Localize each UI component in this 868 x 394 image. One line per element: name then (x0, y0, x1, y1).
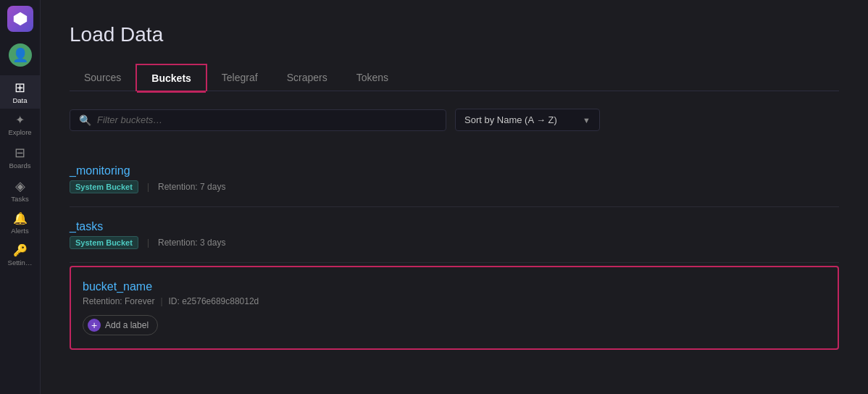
logo-icon (12, 11, 28, 27)
svg-marker-0 (13, 12, 26, 25)
main-content: Load Data Sources Buckets Telegraf Scrap… (41, 0, 868, 394)
toolbar: 🔍 Sort by Name (A → Z) ▼ (70, 109, 839, 131)
list-item[interactable]: _tasks System Bucket | Retention: 3 days (70, 207, 839, 263)
retention-text: Retention: 7 days (158, 182, 225, 192)
search-icon: 🔍 (79, 114, 91, 126)
list-item[interactable]: _monitoring System Bucket | Retention: 7… (70, 151, 839, 207)
sidebar: 👤 ⊞ Data ✦ Explore ⊟ Boards ◈ Tasks 🔔 Al… (0, 0, 41, 394)
bucket-name: _tasks (70, 220, 839, 233)
page-title: Load Data (70, 23, 839, 46)
separator: | (147, 182, 149, 192)
plus-circle-icon: + (88, 319, 101, 332)
add-label-text: Add a label (105, 320, 149, 330)
sort-label: Sort by Name (A → Z) (464, 114, 557, 125)
system-bucket-badge: System Bucket (70, 180, 138, 193)
tasks-icon: ◈ (15, 180, 25, 193)
explore-icon: ✦ (15, 114, 25, 126)
sort-dropdown[interactable]: Sort by Name (A → Z) ▼ (455, 109, 600, 131)
system-bucket-badge: System Bucket (70, 236, 138, 249)
retention-text: Retention: 3 days (158, 238, 225, 248)
add-label-button[interactable]: + Add a label (83, 315, 158, 335)
bucket-meta: System Bucket | Retention: 3 days (70, 236, 839, 249)
search-box[interactable]: 🔍 (70, 109, 446, 131)
chevron-down-icon: ▼ (583, 116, 591, 125)
bucket-id: ID: e2576e689c88012d (169, 296, 259, 306)
user-avatar[interactable]: 👤 (9, 43, 32, 67)
sidebar-item-explore[interactable]: ✦ Explore (0, 109, 40, 141)
bucket-details: Retention: Forever | ID: e2576e689c88012… (83, 296, 826, 306)
sidebar-item-label-alerts: Alerts (11, 227, 28, 235)
sidebar-item-label-boards: Boards (9, 162, 30, 169)
tab-tokens[interactable]: Tokens (342, 64, 403, 91)
sidebar-item-settings[interactable]: 🔑 Settin… (0, 239, 40, 271)
separator: | (147, 238, 149, 248)
tab-scrapers[interactable]: Scrapers (272, 64, 342, 91)
app-logo (7, 6, 33, 32)
separator: | (160, 296, 162, 306)
sidebar-item-boards[interactable]: ⊟ Boards (0, 141, 40, 174)
sidebar-item-label-settings: Settin… (8, 259, 33, 267)
tabs-bar: Sources Buckets Telegraf Scrapers Tokens (70, 64, 839, 91)
sidebar-item-label-data: Data (12, 96, 27, 104)
sidebar-item-data[interactable]: ⊞ Data (0, 75, 40, 109)
sidebar-item-alerts[interactable]: 🔔 Alerts (0, 207, 40, 239)
boards-icon: ⊟ (14, 146, 25, 159)
settings-icon: 🔑 (13, 245, 28, 256)
sidebar-item-label-explore: Explore (8, 128, 31, 136)
list-item-highlighted[interactable]: bucket_name Retention: Forever | ID: e25… (70, 266, 839, 350)
bucket-meta: System Bucket | Retention: 7 days (70, 180, 839, 193)
tab-buckets[interactable]: Buckets (135, 64, 206, 91)
sidebar-item-tasks[interactable]: ◈ Tasks (0, 174, 40, 207)
tab-sources[interactable]: Sources (70, 64, 135, 91)
bucket-name: bucket_name (83, 280, 826, 293)
alerts-icon: 🔔 (13, 213, 28, 225)
tab-telegraf[interactable]: Telegraf (207, 64, 272, 91)
sidebar-item-label-tasks: Tasks (11, 195, 28, 203)
bucket-name: _monitoring (70, 164, 839, 177)
retention-text: Retention: Forever (83, 296, 154, 306)
data-icon: ⊞ (14, 81, 25, 94)
bucket-list: _monitoring System Bucket | Retention: 7… (70, 151, 839, 350)
search-input[interactable] (97, 114, 437, 125)
